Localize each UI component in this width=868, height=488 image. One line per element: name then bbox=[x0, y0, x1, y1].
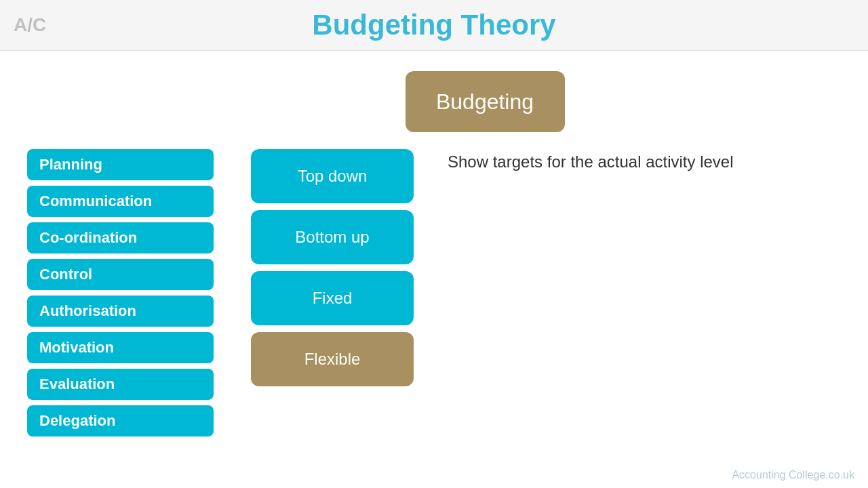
list-item-control[interactable]: Control bbox=[27, 259, 214, 290]
button-bottom-up[interactable]: Bottom up bbox=[251, 210, 414, 264]
main-content: Budgeting Planning Communication Co-ordi… bbox=[0, 51, 868, 450]
button-fixed[interactable]: Fixed bbox=[251, 271, 414, 325]
budgeting-box[interactable]: Budgeting bbox=[406, 71, 565, 132]
button-flexible[interactable]: Flexible bbox=[251, 332, 414, 386]
button-top-down[interactable]: Top down bbox=[251, 149, 414, 203]
right-description: Show targets for the actual activity lev… bbox=[448, 152, 734, 436]
page-title: Budgeting Theory bbox=[312, 9, 555, 41]
list-item-motivation[interactable]: Motivation bbox=[27, 332, 214, 363]
list-item-coordination[interactable]: Co-ordination bbox=[27, 222, 214, 253]
list-item-communication[interactable]: Communication bbox=[27, 186, 214, 217]
left-list: Planning Communication Co-ordination Con… bbox=[27, 149, 217, 436]
list-item-planning[interactable]: Planning bbox=[27, 149, 214, 180]
budgeting-box-container: Budgeting bbox=[129, 71, 841, 132]
footer-text: Accounting College.co.uk bbox=[732, 469, 854, 481]
list-item-evaluation[interactable]: Evaluation bbox=[27, 369, 214, 400]
logo: A/C bbox=[14, 16, 46, 35]
list-item-delegation[interactable]: Delegation bbox=[27, 405, 214, 436]
middle-buttons: Top down Bottom up Fixed Flexible bbox=[251, 149, 414, 436]
list-item-authorisation[interactable]: Authorisation bbox=[27, 296, 214, 327]
header: A/C Budgeting Theory bbox=[0, 0, 868, 51]
content-row: Planning Communication Co-ordination Con… bbox=[27, 149, 841, 436]
